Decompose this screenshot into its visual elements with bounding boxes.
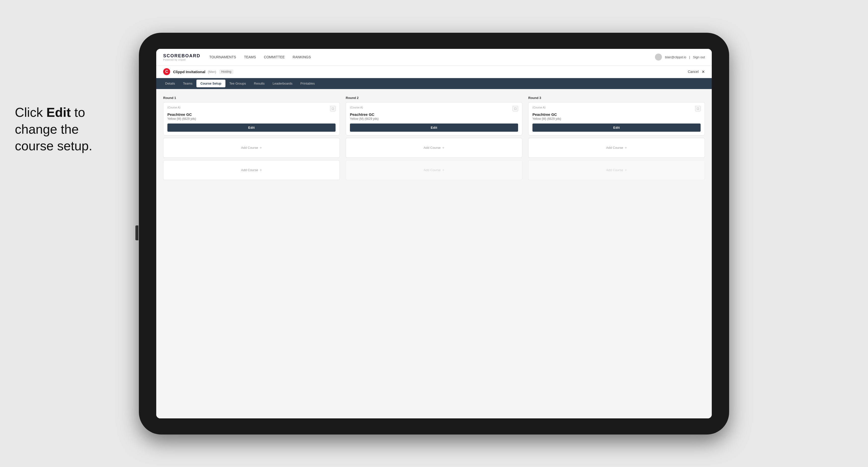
rounds-grid: Round 1 (Course A) □ Peachtree GC Yellow… [163, 96, 705, 183]
tablet-shell: SCOREBOARD Powered by clippd TOURNAMENTS… [139, 33, 729, 435]
add-plus-icon-5: + [625, 146, 627, 150]
round-2-course-card: (Course A) □ Peachtree GC Yellow (M) (66… [346, 102, 522, 135]
add-course-label-6: Add Course + [606, 168, 627, 173]
add-plus-icon-1: + [260, 146, 262, 150]
round-3-column: Round 3 (Course A) □ Peachtree GC Yellow… [528, 96, 705, 183]
nav-user-area: blair@clippd.io | Sign out [655, 54, 705, 61]
round-1-edit-button[interactable]: Edit [167, 124, 336, 132]
tablet-side-button [135, 225, 138, 240]
add-plus-icon-2: + [260, 168, 262, 173]
course-delete-button[interactable]: □ [330, 106, 336, 111]
user-email: blair@clippd.io [665, 55, 686, 59]
round-1-course-card: (Course A) □ Peachtree GC Yellow (M) (66… [163, 102, 340, 135]
user-avatar [655, 54, 662, 61]
add-course-label-5: Add Course + [606, 146, 627, 150]
round-1-add-course-2[interactable]: Add Course + [163, 160, 340, 180]
course-tag: (Course A) [167, 106, 181, 109]
round-2-column: Round 2 (Course A) □ Peachtree GC Yellow… [346, 96, 522, 183]
course-delete-button-3[interactable]: □ [695, 106, 701, 111]
round-1-column: Round 1 (Course A) □ Peachtree GC Yellow… [163, 96, 340, 183]
round-2-add-course-2: Add Course + [346, 160, 522, 180]
course-details-3: Yellow (M) (6629 yds) [532, 117, 701, 121]
add-course-label-4: Add Course + [424, 168, 444, 173]
tab-teams[interactable]: Teams [179, 80, 196, 87]
add-plus-icon-4: + [442, 168, 444, 173]
close-button[interactable]: ✕ [702, 69, 705, 74]
tabs-bar: Details Teams Course Setup Tee Groups Re… [156, 78, 712, 89]
tab-results[interactable]: Results [250, 80, 269, 87]
course-name-3: Peachtree GC [532, 112, 701, 117]
add-course-label-2: Add Course + [241, 168, 262, 173]
main-content: Round 1 (Course A) □ Peachtree GC Yellow… [156, 89, 712, 418]
logo-scoreboard: SCOREBOARD [163, 53, 200, 59]
add-plus-icon-3: + [442, 146, 444, 150]
course-card-header-3: (Course A) □ [532, 106, 701, 111]
course-details-2: Yellow (M) (6629 yds) [350, 117, 518, 121]
round-1-label: Round 1 [163, 96, 340, 100]
nav-teams[interactable]: TEAMS [244, 54, 256, 60]
tab-tee-groups[interactable]: Tee Groups [225, 80, 250, 87]
nav-committee[interactable]: COMMITTEE [264, 54, 285, 60]
cancel-button[interactable]: Cancel [688, 70, 699, 74]
tab-leaderboards[interactable]: Leaderboards [269, 80, 297, 87]
add-course-label-1: Add Course + [241, 146, 262, 150]
nav-separator: | [689, 55, 690, 59]
tournament-gender: (Men) [208, 70, 216, 74]
tournament-badge: Hosting [219, 69, 234, 74]
annotation-bold: Edit [46, 105, 71, 120]
round-2-label: Round 2 [346, 96, 522, 100]
sign-out-link[interactable]: Sign out [693, 55, 705, 59]
round-3-add-course-1[interactable]: Add Course + [528, 138, 705, 158]
course-card-header: (Course A) □ [167, 106, 336, 111]
logo-area: SCOREBOARD Powered by clippd [163, 53, 200, 61]
round-2-edit-button[interactable]: Edit [350, 124, 518, 132]
course-details: Yellow (M) (6629 yds) [167, 117, 336, 121]
course-name: Peachtree GC [167, 112, 336, 117]
add-course-label-3: Add Course + [424, 146, 444, 150]
tournament-bar: C Clippd Invitational (Men) Hosting Canc… [156, 66, 712, 78]
round-3-edit-button[interactable]: Edit [532, 124, 701, 132]
tablet-screen: SCOREBOARD Powered by clippd TOURNAMENTS… [156, 49, 712, 418]
tournament-bar-actions: Cancel ✕ [688, 69, 705, 74]
annotation-text: Click Edit to change the course setup. [15, 104, 92, 155]
tournament-name: Clippd Invitational [173, 70, 205, 74]
logo-sub: Powered by clippd [163, 59, 200, 61]
course-tag-3: (Course A) [532, 106, 546, 109]
round-1-add-course-1[interactable]: Add Course + [163, 138, 340, 158]
tab-details[interactable]: Details [161, 80, 179, 87]
nav-links: TOURNAMENTS TEAMS COMMITTEE RANKINGS [209, 54, 655, 60]
course-name-2: Peachtree GC [350, 112, 518, 117]
round-3-course-card: (Course A) □ Peachtree GC Yellow (M) (66… [528, 102, 705, 135]
tournament-logo: C [163, 68, 170, 75]
round-3-label: Round 3 [528, 96, 705, 100]
add-plus-icon-6: + [625, 168, 627, 173]
course-card-header-2: (Course A) □ [350, 106, 518, 111]
course-tag-2: (Course A) [350, 106, 363, 109]
round-2-add-course-1[interactable]: Add Course + [346, 138, 522, 158]
course-delete-button-2[interactable]: □ [513, 106, 518, 111]
nav-rankings[interactable]: RANKINGS [292, 54, 311, 60]
tab-printables[interactable]: Printables [297, 80, 319, 87]
round-3-add-course-2: Add Course + [528, 160, 705, 180]
top-navigation: SCOREBOARD Powered by clippd TOURNAMENTS… [156, 49, 712, 66]
nav-tournaments[interactable]: TOURNAMENTS [209, 54, 236, 60]
tab-course-setup[interactable]: Course Setup [196, 80, 225, 87]
